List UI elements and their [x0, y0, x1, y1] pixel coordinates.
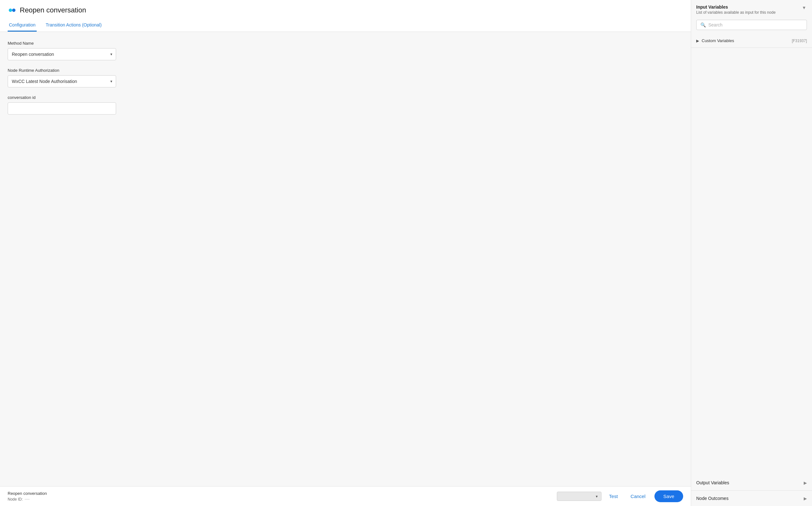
- page-title: Reopen conversation: [20, 6, 86, 14]
- output-variables-section[interactable]: Output Variables ▶: [691, 475, 812, 491]
- bottom-bar-left: Reopen conversation Node ID:: [8, 491, 553, 502]
- bottom-bar-node-name: Reopen conversation: [8, 491, 553, 496]
- input-variables-collapse-icon[interactable]: ▼: [801, 4, 807, 11]
- input-variables-title: Input Variables: [696, 4, 776, 10]
- node-id-label: Node ID:: [8, 497, 23, 502]
- output-variables-expand-icon: ▶: [804, 481, 807, 485]
- custom-variables-group: ▶ Custom Variables [F31937]: [691, 34, 812, 48]
- output-variables-title: Output Variables: [696, 480, 729, 485]
- bottom-bar-actions: Test Cancel Save: [605, 490, 683, 502]
- save-button[interactable]: Save: [654, 490, 683, 502]
- conversation-id-group: conversation id: [8, 95, 683, 114]
- tab-transition-actions[interactable]: Transition Actions (Optional): [44, 19, 103, 31]
- tab-configuration[interactable]: Configuration: [8, 19, 37, 31]
- cancel-button[interactable]: Cancel: [627, 491, 649, 502]
- custom-variables-left: ▶ Custom Variables: [696, 38, 734, 43]
- panel-title-row: Reopen conversation: [8, 6, 683, 15]
- bottom-bar-node-id: Node ID:: [8, 497, 553, 502]
- input-variables-subtitle: List of variables available as input for…: [696, 10, 776, 15]
- svg-point-0: [9, 9, 12, 12]
- search-box-wrapper: 🔍: [691, 18, 812, 34]
- bottom-bar: Reopen conversation Node ID: ▾ Test Canc…: [0, 486, 691, 506]
- right-panel: Input Variables List of variables availa…: [691, 0, 812, 506]
- custom-variables-badge: [F31937]: [792, 38, 807, 43]
- search-input[interactable]: [708, 22, 803, 27]
- app-container: Reopen conversation Configuration Transi…: [0, 0, 812, 506]
- custom-variables-chevron-icon: ▶: [696, 38, 699, 43]
- input-variables-section: Input Variables List of variables availa…: [691, 0, 812, 48]
- node-runtime-auth-group: Node Runtime Authorization WxCC Latest N…: [8, 68, 683, 87]
- webex-logo-icon: [8, 6, 17, 15]
- method-name-select[interactable]: Reopen conversation: [8, 48, 116, 60]
- node-outcomes-title: Node Outcomes: [696, 496, 728, 501]
- right-panel-spacer: [691, 48, 812, 475]
- svg-point-1: [12, 9, 16, 12]
- main-panel: Reopen conversation Configuration Transi…: [0, 0, 691, 506]
- panel-content: Method Name Reopen conversation ▾ Node R…: [0, 32, 691, 486]
- method-name-label: Method Name: [8, 41, 683, 46]
- node-runtime-auth-select-wrapper: WxCC Latest Node Authorisation ▾: [8, 75, 116, 87]
- custom-variables-header[interactable]: ▶ Custom Variables [F31937]: [696, 37, 807, 45]
- method-name-select-wrapper: Reopen conversation ▾: [8, 48, 116, 60]
- panel-header: Reopen conversation Configuration Transi…: [0, 0, 691, 32]
- node-outcomes-section[interactable]: Node Outcomes ▶: [691, 491, 812, 506]
- search-box: 🔍: [696, 20, 807, 30]
- method-name-group: Method Name Reopen conversation ▾: [8, 41, 683, 60]
- variables-section: ▶ Custom Variables [F31937]: [691, 34, 812, 48]
- custom-variables-label: Custom Variables: [702, 38, 734, 43]
- node-runtime-auth-label: Node Runtime Authorization: [8, 68, 683, 73]
- node-id-badge: [24, 499, 30, 500]
- search-icon: 🔍: [700, 22, 706, 27]
- bottom-bar-select-wrapper: ▾: [557, 492, 602, 501]
- conversation-id-input[interactable]: [8, 102, 116, 114]
- node-outcomes-expand-icon: ▶: [804, 496, 807, 501]
- main-layout: Reopen conversation Configuration Transi…: [0, 0, 812, 506]
- node-runtime-auth-select[interactable]: WxCC Latest Node Authorisation: [8, 75, 116, 87]
- test-button[interactable]: Test: [605, 491, 622, 502]
- tabs: Configuration Transition Actions (Option…: [8, 19, 683, 31]
- input-variables-header: Input Variables List of variables availa…: [691, 0, 812, 18]
- bottom-bar-node-select[interactable]: [557, 492, 602, 501]
- input-variables-header-text: Input Variables List of variables availa…: [696, 4, 776, 15]
- conversation-id-label: conversation id: [8, 95, 683, 100]
